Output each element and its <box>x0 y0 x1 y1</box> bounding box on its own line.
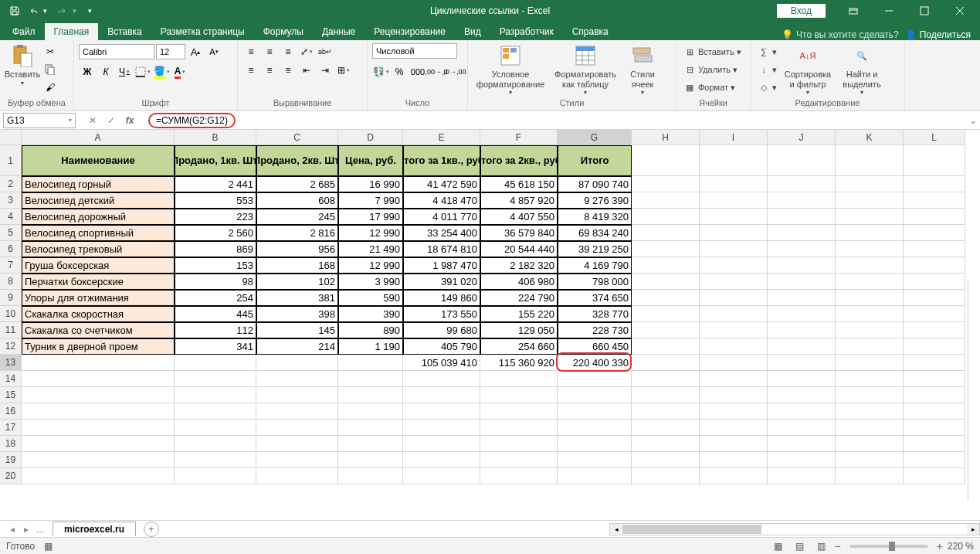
cell-I19[interactable] <box>700 452 768 468</box>
row-header-14[interactable]: 14 <box>0 371 22 387</box>
cell-E15[interactable] <box>403 387 480 403</box>
cell-F10[interactable]: 155 220 <box>480 306 558 322</box>
cell-L17[interactable] <box>904 420 965 436</box>
cell-E10[interactable]: 173 550 <box>403 306 480 322</box>
cell-H1[interactable] <box>632 145 700 176</box>
cell-E20[interactable] <box>403 468 480 484</box>
col-header-A[interactable]: A <box>22 130 175 145</box>
cell-F14[interactable] <box>480 371 558 387</box>
cell-G19[interactable] <box>558 452 632 468</box>
cell-D11[interactable]: 890 <box>338 322 403 338</box>
cell-K13[interactable] <box>836 355 904 371</box>
add-sheet-button[interactable]: + <box>144 522 159 537</box>
cell-D16[interactable] <box>338 403 403 420</box>
row-header-2[interactable]: 2 <box>0 176 22 192</box>
paste-button[interactable]: Вставить▾ <box>5 42 40 88</box>
cell-K3[interactable] <box>836 192 904 209</box>
cell-J6[interactable] <box>768 241 836 257</box>
cell-F16[interactable] <box>480 403 558 420</box>
align-left-button[interactable]: ≡ <box>242 62 259 79</box>
row-header-7[interactable]: 7 <box>0 257 22 274</box>
zoom-in-button[interactable]: + <box>937 540 943 552</box>
cell-A14[interactable] <box>22 371 175 387</box>
cell-E19[interactable] <box>403 452 480 468</box>
cell-E4[interactable]: 4 011 770 <box>403 209 480 225</box>
cell-C11[interactable]: 145 <box>256 322 338 338</box>
cell-G9[interactable]: 374 650 <box>558 290 632 306</box>
cell-K1[interactable] <box>836 145 904 176</box>
cell-I17[interactable] <box>700 420 768 436</box>
cell-K11[interactable] <box>836 322 904 338</box>
decrease-font-button[interactable]: A▾ <box>205 43 222 60</box>
font-size-select[interactable] <box>156 44 185 59</box>
row-header-3[interactable]: 3 <box>0 192 22 209</box>
cell-A8[interactable]: Перчатки боксерские <box>22 274 175 290</box>
cell-J14[interactable] <box>768 371 836 387</box>
cell-J9[interactable] <box>768 290 836 306</box>
cell-B3[interactable]: 553 <box>175 192 256 209</box>
sheet-nav-more[interactable]: … <box>34 524 46 535</box>
cell-A18[interactable] <box>22 436 175 452</box>
col-header-B[interactable]: B <box>175 130 256 145</box>
cell-L5[interactable] <box>904 225 965 241</box>
cell-C6[interactable]: 956 <box>256 241 338 257</box>
login-button[interactable]: Вход <box>777 4 826 18</box>
cell-K14[interactable] <box>836 371 904 387</box>
cell-D6[interactable]: 21 490 <box>338 241 403 257</box>
orientation-button[interactable]: ⤢ <box>298 43 315 60</box>
cell-H5[interactable] <box>632 225 700 241</box>
tab-formulas[interactable]: Формулы <box>254 23 313 40</box>
cancel-formula-button[interactable]: ✕ <box>85 113 100 128</box>
cell-H2[interactable] <box>632 176 700 192</box>
wrap-text-button[interactable]: ab↵ <box>317 43 334 60</box>
cell-I5[interactable] <box>700 225 768 241</box>
page-layout-view-button[interactable]: ▤ <box>792 539 809 553</box>
tab-insert[interactable]: Вставка <box>98 23 151 40</box>
tab-home[interactable]: Главная <box>45 23 99 40</box>
cell-J18[interactable] <box>768 436 836 452</box>
cell-G12[interactable]: 660 450 <box>558 338 632 355</box>
cell-H20[interactable] <box>632 468 700 484</box>
cell-I14[interactable] <box>700 371 768 387</box>
tab-file[interactable]: Файл <box>3 23 45 40</box>
cell-E16[interactable] <box>403 403 480 420</box>
hscroll-thumb[interactable] <box>622 525 761 534</box>
cell-D12[interactable]: 1 190 <box>338 338 403 355</box>
percent-button[interactable]: % <box>391 63 408 80</box>
conditional-format-button[interactable]: Условное форматирование▾ <box>473 42 548 97</box>
format-cells-button[interactable]: ▦Формат▾ <box>681 79 744 96</box>
cell-I4[interactable] <box>700 209 768 225</box>
cell-H4[interactable] <box>632 209 700 225</box>
cell-J1[interactable] <box>768 145 836 176</box>
cell-L15[interactable] <box>904 387 965 403</box>
cell-C2[interactable]: 2 685 <box>256 176 338 192</box>
cell-A12[interactable]: Турник в дверной проем <box>22 338 175 355</box>
cell-D5[interactable]: 12 990 <box>338 225 403 241</box>
cell-C8[interactable]: 102 <box>256 274 338 290</box>
cell-H15[interactable] <box>632 387 700 403</box>
cell-H3[interactable] <box>632 192 700 209</box>
cell-A10[interactable]: Скакалка скоростная <box>22 306 175 322</box>
cell-G1[interactable]: Итого <box>558 145 632 176</box>
cell-K19[interactable] <box>836 452 904 468</box>
cell-K20[interactable] <box>836 468 904 484</box>
cell-B2[interactable]: 2 441 <box>175 176 256 192</box>
cell-F17[interactable] <box>480 420 558 436</box>
cell-C4[interactable]: 245 <box>256 209 338 225</box>
cell-C18[interactable] <box>256 436 338 452</box>
cell-B10[interactable]: 445 <box>175 306 256 322</box>
cell-K6[interactable] <box>836 241 904 257</box>
cell-A3[interactable]: Велосипед детский <box>22 192 175 209</box>
cell-B7[interactable]: 153 <box>175 257 256 274</box>
cell-H11[interactable] <box>632 322 700 338</box>
cell-F3[interactable]: 4 857 920 <box>480 192 558 209</box>
cell-K18[interactable] <box>836 436 904 452</box>
cell-G6[interactable]: 39 219 250 <box>558 241 632 257</box>
vertical-scrollbar[interactable] <box>968 281 980 501</box>
cell-D9[interactable]: 590 <box>338 290 403 306</box>
cell-H19[interactable] <box>632 452 700 468</box>
cell-J19[interactable] <box>768 452 836 468</box>
cell-I2[interactable] <box>700 176 768 192</box>
tab-page-layout[interactable]: Разметка страницы <box>151 23 254 40</box>
cell-E5[interactable]: 33 254 400 <box>403 225 480 241</box>
